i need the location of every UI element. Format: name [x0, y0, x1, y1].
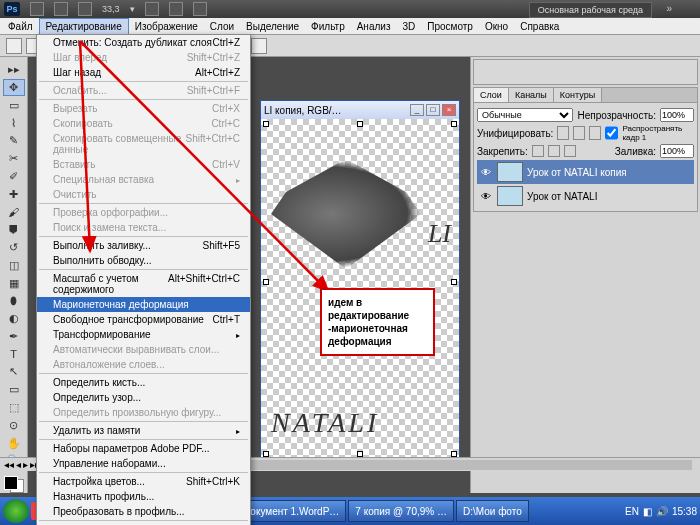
lasso-tool[interactable]: ⌇: [3, 115, 25, 132]
menu-редактирование[interactable]: Редактирование: [39, 18, 129, 35]
menu-фильтр[interactable]: Фильтр: [305, 19, 351, 34]
menu-справка[interactable]: Справка: [514, 19, 565, 34]
type-tool[interactable]: T: [3, 346, 25, 363]
quick-select-tool[interactable]: ✎: [3, 132, 25, 149]
bridge-icon[interactable]: [30, 2, 44, 16]
unify-icon[interactable]: [573, 126, 585, 140]
lock-position-icon[interactable]: [548, 145, 560, 157]
clock[interactable]: 15:38: [672, 506, 697, 517]
menu-слои[interactable]: Слои: [204, 19, 240, 34]
tab-icon[interactable]: ▸▸: [3, 61, 25, 78]
move-tool[interactable]: ✥: [3, 79, 25, 96]
view-extras-icon[interactable]: [78, 2, 92, 16]
shape-tool[interactable]: ▭: [3, 381, 25, 398]
menu-item[interactable]: Удалить из памяти: [37, 423, 250, 438]
stamp-tool[interactable]: ⛊: [3, 221, 25, 238]
taskbar-item[interactable]: 7 копия @ 70,9% …: [348, 500, 454, 522]
blend-mode-select[interactable]: Обычные: [477, 108, 573, 122]
text-layer-2: NATALI: [271, 407, 379, 439]
panel-tab[interactable]: Каналы: [509, 88, 554, 102]
pen-tool[interactable]: ✒: [3, 328, 25, 345]
fill-input[interactable]: [660, 144, 694, 158]
brush-tool[interactable]: 🖌: [3, 204, 25, 221]
menu-item[interactable]: Трансформирование: [37, 327, 250, 342]
tray-icon[interactable]: 🔊: [656, 506, 668, 517]
document-title: LI копия, RGB/…: [264, 105, 342, 116]
menu-item[interactable]: Определить кисть...: [37, 375, 250, 390]
unify-icon[interactable]: [589, 126, 601, 140]
minibridge-icon[interactable]: [54, 2, 68, 16]
menu-item[interactable]: Выполнить обводку...: [37, 253, 250, 268]
lang-indicator[interactable]: EN: [625, 506, 639, 517]
lock-all-icon[interactable]: [564, 145, 576, 157]
menu-item[interactable]: Марионеточная деформация: [37, 297, 250, 312]
3d-tool[interactable]: ⬚: [3, 399, 25, 416]
move-tool-preset[interactable]: [6, 38, 22, 54]
taskbar-item[interactable]: D:\Мои фото: [456, 500, 529, 522]
color-swatches[interactable]: [4, 476, 24, 493]
unify-icon[interactable]: [557, 126, 569, 140]
zoom-percent[interactable]: 33,3: [102, 4, 120, 14]
collapsed-panel[interactable]: [473, 59, 698, 85]
zoom-dropdown-icon[interactable]: ▾: [130, 4, 135, 14]
panel-tab[interactable]: Слои: [474, 88, 509, 102]
tray-icon[interactable]: ◧: [643, 506, 652, 517]
lock-pixels-icon[interactable]: [532, 145, 544, 157]
minimize-button[interactable]: _: [410, 104, 424, 116]
menu-окно[interactable]: Окно: [479, 19, 514, 34]
eraser-tool[interactable]: ◫: [3, 257, 25, 274]
menu-выделение[interactable]: Выделение: [240, 19, 305, 34]
path-tool[interactable]: ↖: [3, 364, 25, 381]
menu-3d[interactable]: 3D: [396, 19, 421, 34]
maximize-button[interactable]: □: [426, 104, 440, 116]
hand-tool[interactable]: ✋: [3, 435, 25, 452]
arrange-icon[interactable]: [169, 2, 183, 16]
document-titlebar[interactable]: LI копия, RGB/… _ □ ×: [261, 101, 459, 119]
menu-item[interactable]: Управление наборами...: [37, 456, 250, 471]
panel-tab[interactable]: Контуры: [554, 88, 602, 102]
menu-item[interactable]: Настройка цветов...Shift+Ctrl+K: [37, 474, 250, 489]
unify-label: Унифицировать:: [477, 128, 553, 139]
history-brush-tool[interactable]: ↺: [3, 239, 25, 256]
eyedropper-tool[interactable]: ✐: [3, 168, 25, 185]
menu-item[interactable]: Свободное трансформированиеCtrl+T: [37, 312, 250, 327]
menu-item[interactable]: Выполнить заливку...Shift+F5: [37, 238, 250, 253]
menu-item[interactable]: Преобразовать в профиль...: [37, 504, 250, 519]
menu-item[interactable]: Отменить: Создать дубликат слояCtrl+Z: [37, 35, 250, 50]
dodge-tool[interactable]: ◐: [3, 310, 25, 327]
marquee-tool[interactable]: ▭: [3, 97, 25, 114]
menu-item[interactable]: Определить узор...: [37, 390, 250, 405]
menu-item[interactable]: Шаг назадAlt+Ctrl+Z: [37, 65, 250, 80]
menu-просмотр[interactable]: Просмотр: [421, 19, 479, 34]
menu-файл[interactable]: Файл: [2, 19, 39, 34]
menu-item[interactable]: Масштаб с учетом содержимогоAlt+Shift+Ct…: [37, 271, 250, 297]
layer-row[interactable]: 👁Урок от NATALI: [477, 184, 694, 208]
tutorial-annotation: идем в редактирование -марионеточная деф…: [320, 288, 435, 356]
menu-анализ[interactable]: Анализ: [351, 19, 397, 34]
gradient-tool[interactable]: ▦: [3, 275, 25, 292]
menu-изображение[interactable]: Изображение: [129, 19, 204, 34]
start-button[interactable]: [3, 499, 29, 523]
document-window[interactable]: LI копия, RGB/… _ □ × LI NATALI: [260, 100, 460, 460]
visibility-icon[interactable]: 👁: [479, 191, 493, 202]
close-button[interactable]: ×: [442, 104, 456, 116]
3d-camera-tool[interactable]: ⊙: [3, 417, 25, 434]
workspace-switcher[interactable]: Основная рабочая среда: [529, 2, 652, 18]
opacity-input[interactable]: [660, 108, 694, 122]
menu-item[interactable]: Назначить профиль...: [37, 489, 250, 504]
menu-item[interactable]: Наборы параметров Adobe PDF...: [37, 441, 250, 456]
hand-icon[interactable]: [145, 2, 159, 16]
layer-thumb[interactable]: [497, 162, 523, 182]
propagate-checkbox[interactable]: [605, 126, 618, 140]
taskbar-item[interactable]: Документ 1.WordP…: [236, 500, 346, 522]
layer-thumb[interactable]: [497, 186, 523, 206]
crop-tool[interactable]: ✂: [3, 150, 25, 167]
distribute-icon[interactable]: [251, 38, 267, 54]
blur-tool[interactable]: ⬮: [3, 292, 25, 309]
chevron-right-icon[interactable]: »: [666, 3, 672, 14]
layer-row[interactable]: 👁Урок от NATALI копия: [477, 160, 694, 184]
opacity-label: Непрозрачность:: [577, 110, 656, 121]
healing-tool[interactable]: ✚: [3, 186, 25, 203]
screenmode-icon[interactable]: [193, 2, 207, 16]
visibility-icon[interactable]: 👁: [479, 167, 493, 178]
